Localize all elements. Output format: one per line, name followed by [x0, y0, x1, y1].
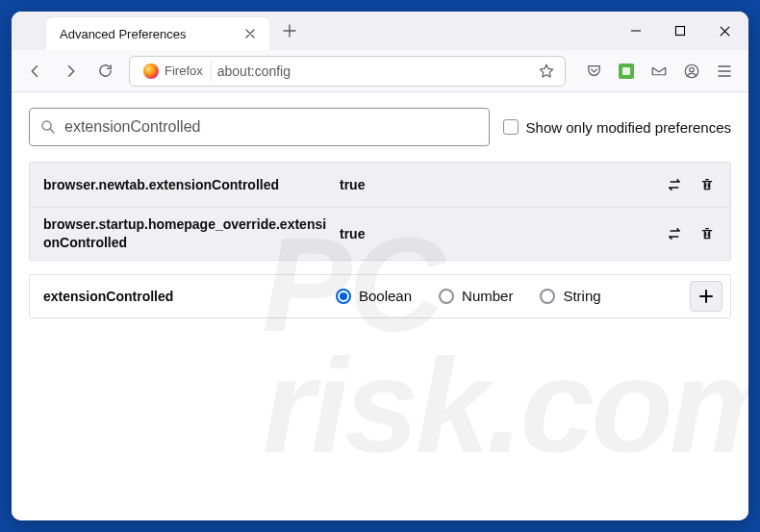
- svg-rect-2: [622, 67, 630, 75]
- firefox-logo-icon: [143, 63, 159, 79]
- identity-label: Firefox: [165, 63, 203, 78]
- radio-label: Boolean: [359, 288, 412, 304]
- forward-button[interactable]: [54, 55, 87, 88]
- menu-button[interactable]: [708, 55, 741, 88]
- prefs-table: browser.newtab.extensionControlled true …: [29, 162, 731, 261]
- new-pref-block: extensionControlled Boolean Number Strin…: [29, 274, 731, 318]
- pref-search-input[interactable]: [64, 118, 479, 136]
- account-icon[interactable]: [675, 55, 708, 88]
- radio-icon: [439, 289, 454, 304]
- radio-string[interactable]: String: [540, 288, 600, 304]
- show-only-modified-label: Show only modified preferences: [526, 119, 731, 136]
- new-pref-name: extensionControlled: [43, 289, 332, 304]
- search-icon: [39, 118, 57, 136]
- url-bar[interactable]: Firefox: [129, 56, 566, 87]
- pref-row: browser.newtab.extensionControlled true: [30, 163, 730, 208]
- radio-label: String: [563, 288, 600, 304]
- radio-icon: [336, 289, 351, 304]
- plus-icon: [699, 290, 713, 303]
- svg-point-5: [42, 121, 51, 130]
- tab-active[interactable]: Advanced Preferences: [46, 17, 269, 50]
- browser-window: Advanced Preferences: [12, 12, 748, 520]
- trash-icon: [699, 225, 715, 242]
- swap-icon: [666, 176, 683, 193]
- aboutconfig-content: PC risk.com Show only modified preferenc…: [12, 92, 748, 520]
- new-tab-button[interactable]: [275, 16, 304, 45]
- trash-icon: [699, 176, 715, 193]
- add-pref-button[interactable]: [690, 281, 722, 312]
- toolbar-right: [577, 55, 741, 88]
- bookmark-star-icon[interactable]: [534, 59, 559, 84]
- pref-row: browser.startup.homepage_override.extens…: [30, 208, 730, 260]
- pocket-icon[interactable]: [577, 55, 610, 88]
- identity-box[interactable]: Firefox: [136, 61, 212, 82]
- svg-rect-0: [676, 27, 685, 36]
- mail-icon[interactable]: [643, 55, 675, 88]
- pref-value: true: [332, 226, 657, 241]
- close-icon[interactable]: [241, 24, 260, 43]
- navigation-toolbar: Firefox: [12, 50, 748, 92]
- maximize-button[interactable]: [658, 12, 702, 50]
- radio-label: Number: [462, 288, 513, 304]
- toggle-button[interactable]: [659, 219, 690, 248]
- back-button[interactable]: [19, 55, 52, 88]
- radio-boolean[interactable]: Boolean: [336, 288, 412, 304]
- svg-point-4: [690, 67, 695, 72]
- type-radio-group: Boolean Number String: [332, 288, 690, 304]
- checkbox-icon[interactable]: [503, 119, 519, 135]
- new-pref-row: extensionControlled Boolean Number Strin…: [30, 275, 730, 317]
- search-row: Show only modified preferences: [29, 108, 731, 146]
- close-window-button[interactable]: [702, 12, 747, 50]
- reset-button[interactable]: [692, 170, 722, 199]
- minimize-button[interactable]: [614, 12, 658, 50]
- swap-icon: [666, 225, 683, 242]
- titlebar: Advanced Preferences: [12, 12, 748, 50]
- reset-button[interactable]: [692, 219, 722, 248]
- window-controls: [614, 12, 747, 50]
- toggle-button[interactable]: [659, 170, 690, 199]
- radio-icon: [540, 289, 555, 304]
- url-input[interactable]: [217, 63, 528, 79]
- show-only-modified-checkbox[interactable]: Show only modified preferences: [503, 119, 731, 136]
- pref-search-box[interactable]: [29, 108, 490, 146]
- reload-button[interactable]: [89, 55, 121, 88]
- tab-strip: Advanced Preferences: [12, 12, 614, 50]
- radio-number[interactable]: Number: [439, 288, 513, 304]
- extension-icon[interactable]: [610, 55, 643, 88]
- tab-title: Advanced Preferences: [60, 27, 233, 41]
- pref-name: browser.newtab.extensionControlled: [43, 176, 332, 194]
- pref-value: true: [332, 177, 657, 192]
- pref-name: browser.startup.homepage_override.extens…: [43, 215, 332, 252]
